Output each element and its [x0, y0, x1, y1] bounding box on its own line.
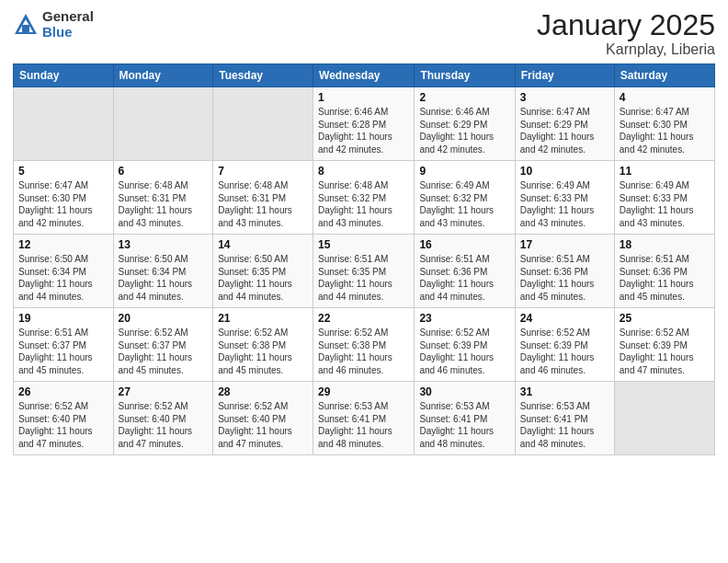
table-row: 14Sunrise: 6:50 AMSunset: 6:35 PMDayligh…	[213, 235, 313, 308]
day-info: Sunrise: 6:47 AMSunset: 6:29 PMDaylight:…	[520, 106, 609, 155]
day-number: 28	[218, 385, 308, 398]
day-info: Sunrise: 6:52 AMSunset: 6:38 PMDaylight:…	[318, 327, 409, 376]
table-row: 31Sunrise: 6:53 AMSunset: 6:41 PMDayligh…	[515, 382, 614, 455]
table-row	[614, 382, 714, 455]
day-info: Sunrise: 6:50 AMSunset: 6:35 PMDaylight:…	[218, 253, 308, 303]
table-row: 1Sunrise: 6:46 AMSunset: 6:28 PMDaylight…	[313, 87, 415, 161]
table-row: 30Sunrise: 6:53 AMSunset: 6:41 PMDayligh…	[415, 382, 515, 455]
day-info: Sunrise: 6:53 AMSunset: 6:41 PMDaylight:…	[520, 400, 609, 450]
day-number: 19	[18, 312, 108, 325]
table-row	[113, 87, 213, 161]
day-number: 2	[419, 91, 509, 104]
day-number: 17	[520, 238, 609, 251]
table-row: 12Sunrise: 6:50 AMSunset: 6:34 PMDayligh…	[14, 235, 114, 308]
day-number: 21	[218, 312, 308, 325]
day-number: 1	[318, 91, 409, 104]
table-row: 23Sunrise: 6:52 AMSunset: 6:39 PMDayligh…	[415, 308, 515, 382]
day-number: 11	[620, 165, 710, 178]
table-row: 15Sunrise: 6:51 AMSunset: 6:35 PMDayligh…	[313, 235, 415, 308]
day-number: 13	[119, 238, 209, 251]
day-info: Sunrise: 6:48 AMSunset: 6:32 PMDaylight:…	[318, 179, 409, 229]
day-info: Sunrise: 6:48 AMSunset: 6:31 PMDaylight:…	[119, 179, 209, 229]
day-info: Sunrise: 6:52 AMSunset: 6:40 PMDaylight:…	[18, 400, 108, 450]
day-number: 14	[218, 238, 308, 251]
day-info: Sunrise: 6:52 AMSunset: 6:39 PMDaylight:…	[419, 327, 509, 376]
table-row	[213, 87, 313, 161]
calendar-title: January 2025	[537, 9, 715, 41]
table-row: 8Sunrise: 6:48 AMSunset: 6:32 PMDaylight…	[313, 161, 415, 235]
day-info: Sunrise: 6:50 AMSunset: 6:34 PMDaylight:…	[119, 253, 209, 303]
day-number: 12	[18, 238, 108, 251]
table-row: 21Sunrise: 6:52 AMSunset: 6:38 PMDayligh…	[213, 308, 313, 382]
table-row: 26Sunrise: 6:52 AMSunset: 6:40 PMDayligh…	[14, 382, 114, 455]
table-row: 9Sunrise: 6:49 AMSunset: 6:32 PMDaylight…	[415, 161, 515, 235]
calendar-header: Sunday Monday Tuesday Wednesday Thursday…	[14, 64, 715, 87]
day-number: 15	[318, 238, 409, 251]
table-row	[14, 87, 114, 161]
day-info: Sunrise: 6:49 AMSunset: 6:33 PMDaylight:…	[520, 179, 609, 229]
day-number: 26	[18, 385, 108, 398]
day-info: Sunrise: 6:52 AMSunset: 6:37 PMDaylight:…	[119, 327, 209, 376]
page-container: General Blue January 2025 Karnplay, Libe…	[0, 0, 728, 465]
day-number: 25	[620, 312, 710, 325]
table-row: 7Sunrise: 6:48 AMSunset: 6:31 PMDaylight…	[213, 161, 313, 235]
header-monday: Monday	[113, 64, 213, 87]
table-row: 4Sunrise: 6:47 AMSunset: 6:30 PMDaylight…	[614, 87, 714, 161]
table-row: 18Sunrise: 6:51 AMSunset: 6:36 PMDayligh…	[614, 235, 714, 308]
day-info: Sunrise: 6:51 AMSunset: 6:36 PMDaylight:…	[419, 253, 509, 303]
day-info: Sunrise: 6:52 AMSunset: 6:38 PMDaylight:…	[218, 327, 308, 376]
day-number: 29	[318, 385, 409, 398]
day-number: 30	[419, 385, 509, 398]
day-number: 8	[318, 165, 409, 178]
table-row: 16Sunrise: 6:51 AMSunset: 6:36 PMDayligh…	[415, 235, 515, 308]
table-row: 3Sunrise: 6:47 AMSunset: 6:29 PMDaylight…	[515, 87, 614, 161]
table-row: 25Sunrise: 6:52 AMSunset: 6:39 PMDayligh…	[614, 308, 714, 382]
header: General Blue January 2025 Karnplay, Libe…	[13, 9, 715, 58]
day-number: 24	[520, 312, 609, 325]
day-info: Sunrise: 6:46 AMSunset: 6:29 PMDaylight:…	[419, 106, 509, 155]
table-row: 17Sunrise: 6:51 AMSunset: 6:36 PMDayligh…	[515, 235, 614, 308]
calendar-subtitle: Karnplay, Liberia	[537, 41, 715, 58]
header-sunday: Sunday	[14, 64, 114, 87]
day-number: 4	[620, 91, 710, 104]
day-number: 27	[119, 385, 209, 398]
title-block: January 2025 Karnplay, Liberia	[537, 9, 715, 58]
day-number: 22	[318, 312, 409, 325]
table-row: 5Sunrise: 6:47 AMSunset: 6:30 PMDaylight…	[14, 161, 114, 235]
table-row: 10Sunrise: 6:49 AMSunset: 6:33 PMDayligh…	[515, 161, 614, 235]
day-number: 6	[119, 165, 209, 178]
day-info: Sunrise: 6:51 AMSunset: 6:36 PMDaylight:…	[520, 253, 609, 303]
day-info: Sunrise: 6:49 AMSunset: 6:33 PMDaylight:…	[620, 179, 710, 229]
day-info: Sunrise: 6:53 AMSunset: 6:41 PMDaylight:…	[419, 400, 509, 450]
calendar-table: Sunday Monday Tuesday Wednesday Thursday…	[13, 63, 715, 455]
day-number: 31	[520, 385, 609, 398]
day-number: 18	[620, 238, 710, 251]
table-row: 6Sunrise: 6:48 AMSunset: 6:31 PMDaylight…	[113, 161, 213, 235]
table-row: 29Sunrise: 6:53 AMSunset: 6:41 PMDayligh…	[313, 382, 415, 455]
day-number: 23	[419, 312, 509, 325]
day-info: Sunrise: 6:51 AMSunset: 6:36 PMDaylight:…	[620, 253, 710, 303]
table-row: 24Sunrise: 6:52 AMSunset: 6:39 PMDayligh…	[515, 308, 614, 382]
table-row: 22Sunrise: 6:52 AMSunset: 6:38 PMDayligh…	[313, 308, 415, 382]
logo: General Blue	[13, 9, 94, 40]
header-wednesday: Wednesday	[313, 64, 415, 87]
table-row: 13Sunrise: 6:50 AMSunset: 6:34 PMDayligh…	[113, 235, 213, 308]
day-info: Sunrise: 6:50 AMSunset: 6:34 PMDaylight:…	[18, 253, 108, 303]
day-info: Sunrise: 6:49 AMSunset: 6:32 PMDaylight:…	[419, 179, 509, 229]
table-row: 28Sunrise: 6:52 AMSunset: 6:40 PMDayligh…	[213, 382, 313, 455]
day-number: 7	[218, 165, 308, 178]
calendar-body: 1Sunrise: 6:46 AMSunset: 6:28 PMDaylight…	[14, 87, 715, 455]
day-info: Sunrise: 6:51 AMSunset: 6:37 PMDaylight:…	[18, 327, 108, 376]
logo-blue: Blue	[42, 25, 94, 40]
table-row: 11Sunrise: 6:49 AMSunset: 6:33 PMDayligh…	[614, 161, 714, 235]
logo-icon	[13, 12, 39, 38]
logo-text: General Blue	[42, 9, 94, 40]
day-info: Sunrise: 6:47 AMSunset: 6:30 PMDaylight:…	[620, 106, 710, 155]
table-row: 20Sunrise: 6:52 AMSunset: 6:37 PMDayligh…	[113, 308, 213, 382]
header-saturday: Saturday	[614, 64, 714, 87]
day-number: 16	[419, 238, 509, 251]
table-row: 19Sunrise: 6:51 AMSunset: 6:37 PMDayligh…	[14, 308, 114, 382]
day-info: Sunrise: 6:52 AMSunset: 6:40 PMDaylight:…	[119, 400, 209, 450]
day-info: Sunrise: 6:48 AMSunset: 6:31 PMDaylight:…	[218, 179, 308, 229]
day-info: Sunrise: 6:52 AMSunset: 6:39 PMDaylight:…	[520, 327, 609, 376]
